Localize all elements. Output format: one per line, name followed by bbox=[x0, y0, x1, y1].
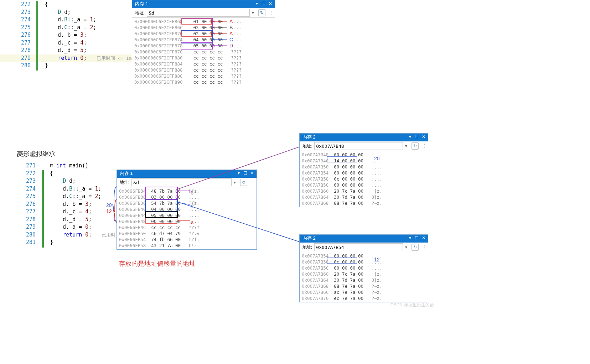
memory-title: 内存 1 ▾ ☐ ✕ bbox=[132, 0, 275, 8]
memory-row: 0x0066FB38 03 00 00 00 .... bbox=[119, 194, 254, 200]
line-number: 272 bbox=[0, 170, 39, 178]
grip-icon: ⋮ bbox=[269, 10, 273, 15]
memory-row: 0x000000C6F2CFF87C cc cc cc cc ???? bbox=[134, 49, 273, 55]
address-input[interactable] bbox=[314, 142, 403, 150]
code-line: 275 d.C::_a = 2; bbox=[0, 24, 132, 32]
title-text: 内存 1 bbox=[120, 171, 133, 176]
label-12: 12 bbox=[374, 257, 380, 262]
label-20: 20 bbox=[374, 156, 380, 161]
code-line: 274 d.B::_a = 1; bbox=[0, 185, 121, 193]
memory-title: 内存 2 ▾ ☐ ✕ bbox=[300, 235, 428, 243]
memory-row: 0x007A7B50 00 00 00 00 .... bbox=[302, 164, 426, 170]
window-controls[interactable]: ▾ ☐ ✕ bbox=[409, 234, 426, 241]
memory-row: 0x000000C6F2CFF868 01 00 00 00 .... bbox=[134, 19, 273, 25]
memory-row: 0x007A7B4C 14 00 00 00 .... bbox=[302, 158, 426, 164]
memory-row: 0x007A7B54 00 00 00 00 .... bbox=[302, 170, 426, 176]
memory-row: 0x007A7B58 0c 00 00 00 .... bbox=[302, 176, 426, 182]
address-label: 地址: bbox=[120, 180, 129, 186]
code-block-2: 271⊟ int main()272{273 D d;274 d.B::_a =… bbox=[0, 162, 121, 246]
line-number: 273 bbox=[0, 9, 34, 16]
grip-icon: ⋮ bbox=[251, 180, 255, 185]
title-text: 内存 2 bbox=[302, 134, 316, 140]
memory-panel-2-bot: 内存 2 ▾ ☐ ✕ 地址: ▾ ↻ ⋮ 0x007A7B54 00 00 00… bbox=[299, 234, 428, 302]
address-input[interactable] bbox=[147, 9, 250, 17]
refresh-icon[interactable]: ↻ bbox=[258, 9, 265, 16]
memory-row: 0x007A7B5C 00 00 00 00 .... bbox=[302, 265, 426, 271]
refresh-icon[interactable]: ↻ bbox=[240, 179, 247, 186]
window-controls[interactable]: ▾ ☐ ✕ bbox=[238, 170, 255, 177]
line-number: 274 bbox=[0, 185, 39, 193]
code-line: 273 D d; bbox=[0, 177, 121, 185]
memory-row: 0x007A7B6C ac 7e 7a 00 ?~z. bbox=[302, 289, 426, 295]
memory-row: 0x0066FB54 74 fb 66 00 t?f. bbox=[119, 236, 254, 243]
address-label: 地址: bbox=[302, 143, 312, 149]
address-label: 地址: bbox=[302, 244, 312, 250]
line-number: 281 bbox=[0, 239, 39, 246]
change-bar bbox=[36, 1, 38, 71]
address-input[interactable] bbox=[131, 178, 232, 186]
code-block-1: 272{273 D d;274 d.B::_a = 1;275 d.C::_a … bbox=[0, 1, 132, 70]
line-number: 274 bbox=[0, 16, 34, 24]
memory-row: 0x007A7B60 20 7c 7a 00 |z. bbox=[302, 188, 426, 194]
code-line: 276 d._b = 3; bbox=[0, 31, 132, 39]
label-a3: a bbox=[191, 219, 193, 225]
line-number: 280 bbox=[0, 231, 39, 239]
memory-row: 0x007A7B5C 00 00 00 00 .... bbox=[302, 182, 426, 188]
address-bar: 地址: ▾ ↻ ⋮ bbox=[300, 243, 428, 252]
line-number: 277 bbox=[0, 39, 34, 47]
address-bar: 地址: ▾ ↻ ⋮ bbox=[300, 141, 428, 151]
label-d: D bbox=[229, 43, 233, 48]
memory-panel-2-top: 内存 2 ▾ ☐ ✕ 地址: ▾ ↻ ⋮ 0x007A7B48 00 00 00… bbox=[299, 133, 428, 207]
grip-icon: ⋮ bbox=[422, 144, 426, 149]
memory-row: 0x0066FB48 00 00 00 00 .... bbox=[119, 218, 254, 224]
line-number: 276 bbox=[0, 31, 34, 39]
address-label: 地址: bbox=[135, 10, 145, 16]
memory-row: 0x007A7B54 00 00 00 00 .... bbox=[302, 253, 426, 259]
title-text: 内存 2 bbox=[302, 235, 316, 241]
line-number: 275 bbox=[0, 24, 34, 32]
code-line: 276 d._b = 3; bbox=[0, 201, 121, 208]
code-line: 280} bbox=[0, 62, 132, 70]
code-line: 272{ bbox=[0, 170, 121, 178]
code-line: 274 d.B::_a = 1; bbox=[0, 16, 132, 24]
label-a1: A bbox=[229, 19, 233, 24]
line-number: 280 bbox=[0, 62, 34, 70]
address-input[interactable] bbox=[314, 243, 403, 251]
line-number: 276 bbox=[0, 201, 39, 208]
address-dropdown-icon[interactable]: ▾ bbox=[405, 245, 409, 250]
line-number: 272 bbox=[0, 1, 34, 9]
address-dropdown-icon[interactable]: ▾ bbox=[234, 180, 238, 185]
memory-row: 0x000000C6F2CFF890 cc cc cc cc ???? bbox=[134, 79, 273, 85]
address-dropdown-icon[interactable]: ▾ bbox=[405, 144, 409, 149]
line-number: 278 bbox=[0, 216, 39, 224]
window-controls[interactable]: ▾ ☐ ✕ bbox=[409, 133, 426, 140]
memory-row: 0x007A7B48 00 00 00 00 .... bbox=[302, 152, 426, 158]
memory-row: 0x000000C6F2CFF884 cc cc cc cc ???? bbox=[134, 61, 273, 67]
window-controls[interactable]: ▾ ☐ ✕ bbox=[256, 0, 273, 7]
label-a2: A bbox=[229, 31, 233, 36]
line-number: 277 bbox=[0, 208, 39, 216]
code-line: 277 d._c = 4; bbox=[0, 208, 121, 216]
memory-panel-1-bot: 内存 1 ▾ ☐ ✕ 地址: ▾ ↻ ⋮ 0x0066FB34 48 7b 7a… bbox=[117, 170, 257, 250]
refresh-icon[interactable]: ↻ bbox=[412, 244, 419, 251]
change-bar-2 bbox=[42, 170, 44, 248]
code-line: 278 d._d = 5; bbox=[0, 216, 121, 224]
memory-row: 0x000000C6F2CFF870 02 00 00 00 .... bbox=[134, 31, 273, 37]
memory-row: 0x000000C6F2CFF874 04 00 00 00 .... bbox=[134, 37, 273, 43]
memory-title: 内存 1 ▾ ☐ ✕ bbox=[117, 170, 257, 178]
memory-row: 0x007A7B70 ec 7e 7a 00 ?~z. bbox=[302, 295, 426, 301]
memory-row: 0x0066FB40 04 00 00 00 .... bbox=[119, 206, 254, 212]
footer-text: 存放的是地址偏移量的地址 bbox=[119, 259, 196, 268]
memory-row: 0x0066FB4C cc cc cc cc ???? bbox=[119, 224, 254, 230]
memory-row: 0x0066FB50 c6 d7 04 79 ??.y bbox=[119, 230, 254, 236]
memory-row: 0x007A7B64 30 7d 7a 00 0}z. bbox=[302, 194, 426, 200]
memory-row: 0x007A7B68 88 7e 7a 00 ?~z. bbox=[302, 283, 426, 289]
code-line: 278 d._d = 5; bbox=[0, 47, 132, 54]
code-line: 280 return 0; 已用时间 bbox=[0, 231, 121, 239]
refresh-icon[interactable]: ↻ bbox=[412, 142, 419, 150]
address-dropdown-icon[interactable]: ▾ bbox=[252, 10, 256, 15]
section-heading: 菱形虚拟继承 bbox=[17, 150, 55, 158]
line-number: 271 bbox=[0, 162, 39, 170]
code-line: 271⊟ int main() bbox=[0, 162, 121, 170]
title-text: 内存 1 bbox=[135, 1, 148, 6]
